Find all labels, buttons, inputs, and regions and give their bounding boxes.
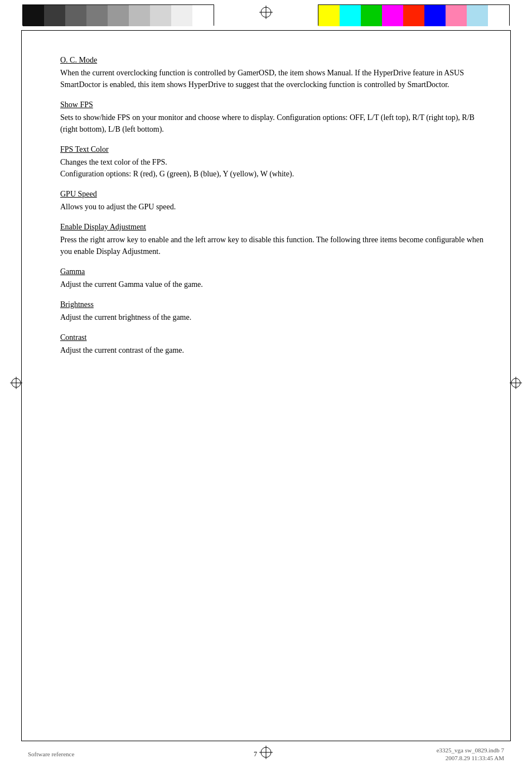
left-side-reg-mark xyxy=(10,377,22,391)
color-bar-green xyxy=(361,5,382,26)
registration-cross-right-icon xyxy=(510,377,522,389)
color-bar xyxy=(23,5,44,26)
section-fps-text-color: FPS Text Color Changes the text color of… xyxy=(60,145,493,180)
section-body-gamma: Adjust the current Gamma value of the ga… xyxy=(60,279,493,290)
section-gpu-speed: GPU Speed Allows you to adjust the GPU s… xyxy=(60,190,493,213)
footer: Software reference 7 e3325_vga sw_0829.i… xyxy=(0,740,532,768)
section-title-gpu-speed: GPU Speed xyxy=(60,190,97,199)
section-gamma: Gamma Adjust the current Gamma value of … xyxy=(60,267,493,290)
section-body-oc-mode: When the current overclocking function i… xyxy=(60,67,493,90)
section-show-fps: Show FPS Sets to show/hide FPS on your m… xyxy=(60,100,493,135)
footer-page-number: 7 xyxy=(254,750,257,759)
color-bar xyxy=(108,5,129,26)
section-title-oc-mode: O. C. Mode xyxy=(60,56,97,65)
outer-top-border xyxy=(21,30,511,31)
color-bar-red xyxy=(403,5,424,26)
color-bar xyxy=(150,5,171,26)
section-enable-display: Enable Display Adjustment Press the righ… xyxy=(60,223,493,257)
section-title-fps-text-color: FPS Text Color xyxy=(60,145,109,154)
right-side-reg-mark xyxy=(510,377,522,391)
color-bar-magenta xyxy=(382,5,403,26)
section-title-enable-display: Enable Display Adjustment xyxy=(60,223,146,232)
page: O. C. Mode When the current overclocking… xyxy=(0,0,532,768)
section-oc-mode: O. C. Mode When the current overclocking… xyxy=(60,56,493,90)
section-contrast: Contrast Adjust the current contrast of … xyxy=(60,333,493,356)
color-bar-blue xyxy=(424,5,446,26)
section-body-show-fps: Sets to show/hide FPS on your monitor an… xyxy=(60,112,493,135)
section-title-contrast: Contrast xyxy=(60,333,86,342)
color-bar-pink xyxy=(446,5,467,26)
footer-timestamp: 2007.8.29 11:33:45 AM xyxy=(446,755,504,761)
top-center-reg-mark xyxy=(259,6,273,21)
section-body-contrast: Adjust the current contrast of the game. xyxy=(60,344,493,356)
section-title-gamma: Gamma xyxy=(60,267,85,276)
section-body-enable-display: Press the right arrow key to enable and … xyxy=(60,234,493,257)
color-bar-white xyxy=(488,5,509,26)
color-bar xyxy=(44,5,65,26)
section-brightness: Brightness Adjust the current brightness… xyxy=(60,300,493,323)
main-content: O. C. Mode When the current overclocking… xyxy=(60,56,493,723)
color-bar xyxy=(65,5,86,26)
registration-cross-left-icon xyxy=(10,377,22,389)
section-title-brightness: Brightness xyxy=(60,300,94,309)
footer-file-text: e3325_vga sw_0829.indb 7 xyxy=(437,747,504,753)
color-bar xyxy=(171,5,192,26)
color-bar xyxy=(192,5,214,26)
section-body-fps-text-color: Changes the text color of the FPS. Confi… xyxy=(60,156,493,180)
color-bar xyxy=(129,5,150,26)
section-body-gpu-speed: Allows you to adjust the GPU speed. xyxy=(60,201,493,213)
registration-cross-icon xyxy=(259,6,273,19)
color-bars-right xyxy=(318,4,510,26)
color-bar-lightblue xyxy=(467,5,488,26)
color-bar-cyan xyxy=(340,5,361,26)
color-bar-yellow xyxy=(318,5,340,26)
section-body-brightness: Adjust the current brightness of the gam… xyxy=(60,311,493,323)
color-bars-left xyxy=(22,4,214,26)
section-title-show-fps: Show FPS xyxy=(60,100,93,109)
footer-software-reference: Software reference xyxy=(28,751,74,757)
color-bar xyxy=(86,5,108,26)
